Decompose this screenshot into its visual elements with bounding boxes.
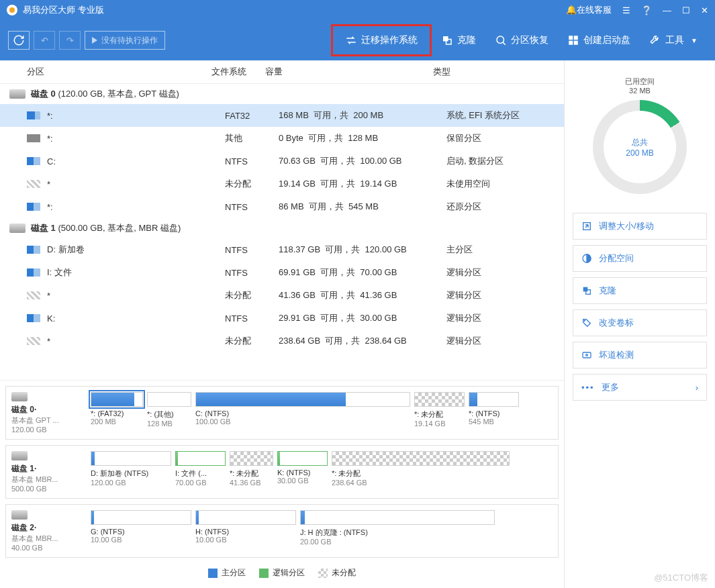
support-link[interactable]: 🔔在线客服 [566,4,612,16]
used-space-label: 已用空间 [565,77,715,87]
create-boot-disk-button[interactable]: 创建启动盘 [558,20,640,60]
close-icon[interactable]: ✕ [701,5,708,15]
partition-recovery-button[interactable]: 分区恢复 [485,20,558,60]
disk-map-partition[interactable]: *: 未分配41.36 GB [230,451,273,487]
partition-row[interactable]: C:NTFS 70.63 GB 可用，共 100.00 GB 启动, 数据分区 [0,150,564,173]
migrate-os-button[interactable]: 迁移操作系统 [331,24,432,56]
disk-icon [9,89,26,99]
app-title: 易我分区大师 专业版 [23,4,566,16]
toolbar: ↶ ↷ 没有待执行操作 迁移操作系统 克隆 分区恢复 创建启动盘 工具▼ [0,20,715,60]
col-type: 类型 [433,66,564,78]
col-capacity: 容量 [265,66,433,78]
pending-ops: 没有待执行操作 [85,31,165,50]
col-filesystem: 文件系统 [211,66,265,78]
disk-map-partition[interactable]: C: (NTFS)100.00 GB [195,392,410,428]
legend: 主分区 逻辑分区 未分配 [5,563,559,583]
disk-map-partition[interactable]: J: H 的克隆 : (NTFS)20.00 GB [300,510,495,546]
partition-icon [27,134,40,142]
partition-icon [27,337,40,345]
disk-1-header[interactable]: 磁盘 1 (500.00 GB, 基本盘, MBR 磁盘) [0,218,564,238]
disk-maps: 磁盘 0·基本盘 GPT ...120.00 GB *: (FAT32)200 … [0,380,564,588]
partition-row[interactable]: I: 文件NTFS 69.91 GB 可用，共 70.00 GB 逻辑分区 [0,261,564,284]
tools-menu[interactable]: 工具▼ [640,20,707,60]
disk-map-partition[interactable]: *: (NTFS)545 MB [469,392,519,428]
disk-map-partition[interactable]: *: (FAT32)200 MB [91,392,143,428]
action-resize[interactable]: 调整大小/移动 [573,213,707,240]
titlebar: 易我分区大师 专业版 🔔在线客服 ☰ ❔ — ☐ ✕ [0,0,715,20]
watermark: @51CTO博客 [654,572,708,584]
action-clone[interactable]: 克隆 [573,277,707,304]
partition-row[interactable]: *:其他 0 Byte 可用，共 128 MB 保留分区 [0,127,564,150]
col-partition: 分区 [27,66,211,78]
partition-row[interactable]: *:NTFS 86 MB 可用，共 545 MB 还原分区 [0,195,564,218]
disk-map-partition[interactable]: *: (其他)128 MB [147,392,191,428]
disk-icon [9,224,26,233]
partition-icon [27,157,40,165]
svg-rect-5 [569,41,573,45]
help-icon[interactable]: ❔ [641,5,652,15]
table-header: 分区 文件系统 容量 类型 [0,60,564,84]
partition-row[interactable]: *未分配 41.36 GB 可用，共 41.36 GB 逻辑分区 [0,284,564,307]
partition-icon [27,314,40,322]
svg-rect-12 [583,352,591,358]
disk-map-partition[interactable]: H: (NTFS)10.00 GB [195,510,296,546]
undo-button[interactable]: ↶ [34,31,55,50]
partition-icon [27,203,40,211]
partition-icon [27,246,40,254]
svg-point-13 [586,354,588,356]
partition-icon [27,268,40,277]
refresh-button[interactable] [8,31,30,50]
action-surface-test[interactable]: 坏道检测 [573,342,707,369]
clone-button[interactable]: 克隆 [432,20,485,60]
action-allocate[interactable]: 分配空间 [573,245,707,272]
disk-0-header[interactable]: 磁盘 0 (120.00 GB, 基本盘, GPT 磁盘) [0,84,564,104]
partition-row[interactable]: *未分配 19.14 GB 可用，共 19.14 GB 未使用空间 [0,173,564,195]
disk-map-partition[interactable]: *: 未分配238.64 GB [332,451,510,487]
disk-map-partition[interactable]: G: (NTFS)10.00 GB [91,510,191,546]
used-space-value: 32 MB [565,87,715,95]
disk-map-partition[interactable]: *: 未分配19.14 GB [414,392,465,428]
partition-row[interactable]: D: 新加卷NTFS 118.37 GB 可用，共 120.00 GB 主分区 [0,238,564,261]
disk-map: 磁盘 2·基本盘 MBR...40.00 GB G: (NTFS)10.00 G… [5,504,559,558]
partition-icon [27,180,40,188]
sidebar: 已用空间 32 MB 总共200 MB 调整大小/移动 分配空间 克隆 改变卷标… [564,60,715,588]
partition-row[interactable]: *未分配 238.64 GB 可用，共 238.64 GB 逻辑分区 [0,330,564,352]
svg-rect-4 [574,36,578,40]
maximize-icon[interactable]: ☐ [682,5,690,15]
disk-map-partition[interactable]: D: 新加卷 (NTFS)120.00 GB [91,451,171,487]
redo-button[interactable]: ↷ [59,31,81,50]
usage-donut: 总共200 MB [593,100,687,194]
svg-point-2 [497,36,504,44]
partition-row[interactable]: K:NTFS 29.91 GB 可用，共 30.00 GB 逻辑分区 [0,307,564,330]
action-label[interactable]: 改变卷标 [573,309,707,336]
disk-map: 磁盘 1·基本盘 MBR...500.00 GB D: 新加卷 (NTFS)12… [5,445,559,499]
svg-point-11 [584,320,585,321]
main-panel: 分区 文件系统 容量 类型 磁盘 0 (120.00 GB, 基本盘, GPT … [0,60,564,588]
action-more[interactable]: •••更多› [573,374,707,401]
list-icon[interactable]: ☰ [622,5,630,15]
disk-map-partition[interactable]: K: (NTFS)30.00 GB [277,451,328,487]
svg-rect-6 [574,41,578,45]
partition-row[interactable]: *:FAT32 168 MB 可用，共 200 MB 系统, EFI 系统分区 [0,104,564,127]
disk-map: 磁盘 0·基本盘 GPT ...120.00 GB *: (FAT32)200 … [5,386,559,440]
partition-icon [27,291,40,299]
app-logo-icon [7,5,17,15]
minimize-icon[interactable]: — [663,5,671,15]
partition-icon [27,111,40,119]
disk-map-partition[interactable]: I: 文件 (...70.00 GB [175,451,226,487]
svg-rect-3 [569,36,573,40]
